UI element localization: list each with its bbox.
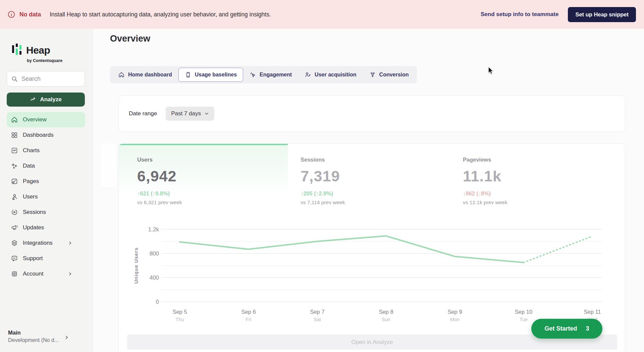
logo-wordmark: Heap [26,45,50,56]
stat-value: 7,319 [301,168,457,185]
funnel-icon [369,71,376,78]
send-setup-info-link[interactable]: Send setup info to teammate [481,11,558,18]
stat-delta: ↑621 (↑9.8%) [137,190,288,197]
svg-text:Sat: Sat [314,317,321,322]
sidebar: Heap by Contentsquare Analyze Overview D… [0,29,93,352]
user-icon [11,193,18,200]
gear-icon [11,270,18,278]
stat-card-sessions[interactable]: Sessions 7,319 ↑205 (↑2.9%) vs 7,114 pre… [288,144,457,211]
stat-value: 6,942 [137,168,288,185]
stat-card-pageviews[interactable]: Pageviews 11.1k ↓962 (↓8%) vs 12.1k prev… [457,144,625,211]
layers-icon [11,239,18,247]
workspace-subtitle: Development (No d... [8,337,85,343]
get-started-count: 3 [586,325,589,332]
svg-text:Sun: Sun [382,317,390,322]
svg-text:Sep 11: Sep 11 [584,309,601,315]
svg-text:Sep 5: Sep 5 [172,309,187,315]
tab-usage-baselines[interactable]: Usage baselines [178,68,243,82]
sidebar-item-overview[interactable]: Overview [7,112,85,127]
sidebar-item-users[interactable]: Users [7,189,85,204]
chart-icon [11,147,18,154]
search-box[interactable] [7,71,85,86]
sparkles-icon [11,162,18,170]
stat-delta: ↓962 (↓8%) [463,190,625,197]
no-data-banner: No data Install Heap to start autocaptur… [0,0,644,29]
sidebar-item-label: Charts [23,147,40,154]
sidebar-nav: Overview Dashboards Charts Data Pages Us… [7,112,85,282]
svg-text:Sep 7: Sep 7 [310,309,324,315]
chevron-right-icon [64,335,69,340]
tab-home-dashboard[interactable]: Home dashboard [112,68,178,82]
stat-compare: vs 7,114 prev week [301,199,457,206]
pages-icon [11,178,18,185]
workspace-title: Main [8,330,85,336]
setup-heap-snippet-button[interactable]: Set up Heap snippet [568,7,636,22]
get-started-button[interactable]: Get Started 3 [531,319,602,339]
tab-conversion[interactable]: Conversion [363,68,415,82]
stat-label: Users [137,157,288,163]
stat-compare: vs 6,321 prev week [137,199,288,206]
svg-text:Sep 8: Sep 8 [379,309,393,315]
sidebar-item-label: Updates [23,224,44,231]
sidebar-item-support[interactable]: Support [7,251,85,266]
sidebar-item-pages[interactable]: Pages [7,174,85,189]
stat-label: Sessions [301,157,457,163]
sidebar-item-label: Sessions [23,209,46,216]
search-icon [11,75,18,82]
user-arrow-icon [305,71,311,78]
tab-label: User acquisition [315,72,356,78]
stats-row: Users 6,942 ↑621 (↑9.8%) vs 6,321 prev w… [119,144,625,211]
sidebar-item-label: Users [23,193,38,200]
tab-label: Conversion [379,72,409,78]
svg-text:0: 0 [156,299,159,305]
sidebar-item-label: Pages [23,178,39,185]
date-range-card: Date range Past 7 days [118,96,625,132]
svg-text:800: 800 [150,250,159,257]
logo-byline: by Contentsquare [27,58,85,63]
chevron-right-icon [68,241,72,245]
tab-user-acquisition[interactable]: User acquisition [298,68,363,82]
sidebar-item-account[interactable]: Account [7,266,85,282]
tab-engagement[interactable]: Engagement [243,68,298,82]
date-range-label: Date range [129,110,157,117]
sidebar-item-label: Account [23,271,43,277]
workspace-switcher[interactable]: Main Development (No d... [8,330,85,343]
tab-label: Usage baselines [195,72,237,78]
sidebar-item-dashboards[interactable]: Dashboards [7,127,85,143]
cursor-click-icon [250,71,256,78]
date-range-value: Past 7 days [171,110,201,117]
svg-text:Sep 6: Sep 6 [241,309,256,315]
analyze-label: Analyze [40,96,61,103]
stat-delta: ↑205 (↑2.9%) [301,190,457,197]
page-title: Overview [110,34,150,44]
svg-text:1.2k: 1.2k [148,226,159,233]
svg-text:Thu: Thu [176,317,184,322]
date-range-dropdown[interactable]: Past 7 days [166,107,214,121]
megaphone-icon [11,224,18,231]
banner-badge: No data [19,11,41,18]
sidebar-item-label: Data [23,163,35,169]
home-icon [11,116,18,123]
tab-label: Engagement [260,72,292,78]
search-input[interactable] [21,75,80,82]
sidebar-item-charts[interactable]: Charts [7,143,85,158]
chevron-right-icon [68,272,72,276]
main-content: Overview Home dashboard Usage baselines … [93,29,644,352]
sidebar-item-data[interactable]: Data [7,158,85,174]
svg-text:Sep 10: Sep 10 [515,309,532,315]
sidebar-item-integrations[interactable]: Integrations [7,235,85,251]
svg-text:Unique Users: Unique Users [133,247,139,284]
previous-card-peek [101,143,116,188]
svg-text:Fri: Fri [246,317,252,322]
trend-line-icon [30,96,37,103]
svg-text:Tue: Tue [520,317,528,322]
heap-logo[interactable]: Heap [7,43,85,56]
sidebar-item-sessions[interactable]: Sessions [7,204,85,220]
stat-card-users[interactable]: Users 6,942 ↑621 (↑9.8%) vs 6,321 prev w… [119,144,288,211]
stat-label: Pageviews [463,157,625,163]
sidebar-item-updates[interactable]: Updates [7,220,85,235]
svg-text:Sep 9: Sep 9 [447,309,462,315]
play-circle-icon [11,209,18,216]
analyze-button[interactable]: Analyze [7,93,85,107]
svg-text:Mon: Mon [450,317,460,322]
